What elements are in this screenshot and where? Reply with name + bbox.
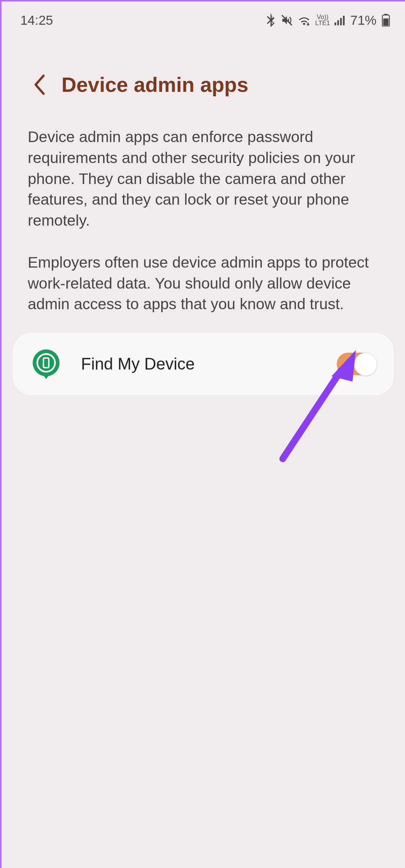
toggle-switch[interactable] <box>337 353 376 375</box>
status-bar: 14:25 Vo)) LTE1 71% <box>2 1 405 35</box>
description-para-2: Employers often use device admin apps to… <box>28 252 379 315</box>
app-label: Find My Device <box>81 355 318 373</box>
svg-rect-7 <box>383 18 388 25</box>
mute-icon <box>281 14 293 26</box>
volte-icon: Vo)) LTE1 <box>315 14 330 26</box>
svg-rect-2 <box>337 20 339 25</box>
find-my-device-icon <box>30 348 62 380</box>
status-icons: Vo)) LTE1 71% <box>266 13 390 28</box>
svg-point-10 <box>38 355 54 371</box>
svg-rect-4 <box>343 16 345 25</box>
app-row-find-my-device[interactable]: Find My Device <box>13 333 394 395</box>
description-para-1: Device admin apps can enforce password r… <box>28 127 379 231</box>
description-section: Device admin apps can enforce password r… <box>2 115 405 315</box>
status-time: 14:25 <box>20 13 53 28</box>
back-button[interactable] <box>32 73 46 96</box>
svg-rect-1 <box>334 22 336 25</box>
battery-icon <box>382 14 390 27</box>
page-header: Device admin apps <box>2 35 405 115</box>
svg-rect-3 <box>340 18 342 25</box>
wifi-icon <box>297 15 311 26</box>
signal-icon <box>334 15 346 25</box>
battery-percentage: 71% <box>350 13 376 28</box>
bluetooth-icon <box>266 13 276 27</box>
page-title: Device admin apps <box>62 73 248 97</box>
